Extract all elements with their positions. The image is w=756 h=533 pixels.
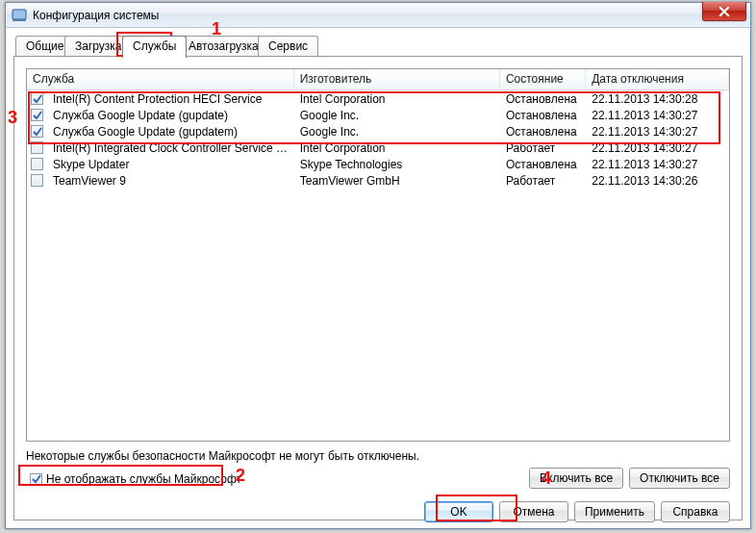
check-icon <box>33 111 42 120</box>
tab-tools[interactable]: Сервис <box>258 36 318 57</box>
cell-state: Остановлена <box>500 125 586 139</box>
cell-state: Остановлена <box>500 109 586 122</box>
table-row[interactable]: Служба Google Update (gupdate)Google Inc… <box>27 107 729 123</box>
help-button[interactable]: Справка <box>661 501 730 522</box>
close-button[interactable] <box>702 2 746 21</box>
ok-button[interactable]: OK <box>424 501 493 522</box>
row-checkbox[interactable] <box>31 125 43 138</box>
table-row[interactable]: Intel(R) Content Protection HECI Service… <box>27 90 729 107</box>
table-row[interactable]: TeamViewer 9TeamViewer GmbHРаботает22.11… <box>27 172 729 189</box>
cell-vendor: Google Inc. <box>294 125 500 139</box>
disable-all-button[interactable]: Отключить все <box>629 468 730 489</box>
cell-date: 22.11.2013 14:30:27 <box>586 125 729 139</box>
cell-service: Служба Google Update (gupdate) <box>47 109 294 122</box>
tab-strip: Общие Загрузка Службы Автозагрузка Серви… <box>13 36 743 57</box>
row-checkbox[interactable] <box>31 109 43 121</box>
app-icon <box>12 8 27 23</box>
cell-date: 22.11.2013 14:30:26 <box>586 174 729 188</box>
cancel-button[interactable]: Отмена <box>499 501 568 522</box>
cell-service: TeamViewer 9 <box>47 174 294 188</box>
cell-date: 22.11.2013 14:30:27 <box>586 158 729 171</box>
tab-startup[interactable]: Автозагрузка <box>178 36 269 57</box>
row-checkbox[interactable] <box>31 174 43 187</box>
close-icon <box>718 6 730 17</box>
svg-rect-0 <box>13 10 26 19</box>
list-headers[interactable]: Служба Изготовитель Состояние Дата отклю… <box>27 69 729 90</box>
window-title: Конфигурация системы <box>33 9 159 22</box>
service-list[interactable]: Служба Изготовитель Состояние Дата отклю… <box>26 68 730 442</box>
cell-state: Работает <box>500 174 586 188</box>
cell-date: 22.11.2013 14:30:28 <box>586 92 729 106</box>
hide-microsoft-label: Не отображать службы Майкрософт <box>46 472 241 486</box>
header-state[interactable]: Состояние <box>500 69 586 89</box>
tab-panel-services: Служба Изготовитель Состояние Дата отклю… <box>13 56 743 520</box>
row-checkbox[interactable] <box>31 141 43 154</box>
cell-vendor: Intel Corporation <box>294 92 500 106</box>
row-checkbox[interactable] <box>31 92 43 105</box>
enable-all-button[interactable]: Включить все <box>529 468 623 489</box>
svg-rect-1 <box>13 19 26 21</box>
check-icon <box>33 127 42 137</box>
cell-date: 22.11.2013 14:30:27 <box>586 141 729 155</box>
cell-vendor: TeamViewer GmbH <box>294 174 500 188</box>
table-row[interactable]: Intel(R) Integrated Clock Controller Ser… <box>27 140 729 156</box>
table-row[interactable]: Skype UpdaterSkype TechnologiesОстановле… <box>27 156 729 172</box>
cell-service: Intel(R) Integrated Clock Controller Ser… <box>47 141 294 155</box>
header-service[interactable]: Служба <box>27 69 294 89</box>
cell-state: Остановлена <box>500 92 586 106</box>
header-date[interactable]: Дата отключения <box>586 69 729 89</box>
cell-service: Intel(R) Content Protection HECI Service <box>47 92 294 106</box>
check-icon <box>32 474 41 484</box>
table-row[interactable]: Служба Google Update (gupdatem)Google In… <box>27 123 729 140</box>
check-icon <box>33 94 42 104</box>
cell-vendor: Google Inc. <box>294 109 500 122</box>
apply-button[interactable]: Применить <box>574 501 655 522</box>
titlebar[interactable]: Конфигурация системы <box>6 3 750 28</box>
cell-vendor: Skype Technologies <box>294 158 500 171</box>
cell-state: Остановлена <box>500 158 586 171</box>
row-checkbox[interactable] <box>31 158 43 170</box>
tab-services[interactable]: Службы <box>122 36 187 58</box>
cell-vendor: Intel Corporation <box>294 141 500 155</box>
security-note: Некоторые службы безопасности Майкрософт… <box>26 449 419 463</box>
header-vendor[interactable]: Изготовитель <box>294 69 500 89</box>
cell-service: Skype Updater <box>47 158 294 171</box>
hide-microsoft-checkbox[interactable] <box>30 473 42 486</box>
cell-state: Работает <box>500 141 586 155</box>
list-body: Intel(R) Content Protection HECI Service… <box>27 90 729 441</box>
msconfig-window: Конфигурация системы Общие Загрузка Служ… <box>5 2 751 529</box>
cell-date: 22.11.2013 14:30:27 <box>586 109 729 122</box>
cell-service: Служба Google Update (gupdatem) <box>47 125 294 139</box>
